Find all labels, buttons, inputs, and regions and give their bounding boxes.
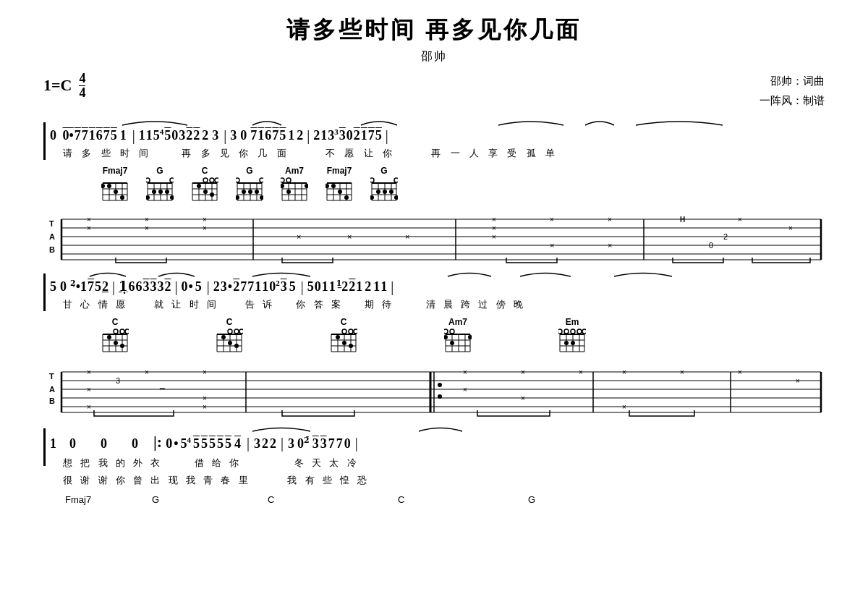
header-row: 1=C 4 4 邵帅：词曲 一阵风：制谱 <box>43 72 825 111</box>
svg-point-97 <box>394 178 398 182</box>
notes-row-1: 0 0• 7 7 1 6 7 5 1 | 1 1 54 5 <box>50 116 825 144</box>
s2n29: 0 <box>315 279 321 295</box>
s3n15: 2 <box>262 436 268 452</box>
svg-text:T: T <box>49 219 54 228</box>
svg-point-150 <box>107 335 111 339</box>
svg-text:×: × <box>579 368 583 376</box>
s2n10: 3 <box>143 279 150 295</box>
s2n2: 0 <box>60 279 67 295</box>
s2bar3: | <box>207 278 210 295</box>
s3n20: 3 <box>320 436 327 452</box>
s2n15: • <box>189 279 193 295</box>
n0b: 0 <box>171 128 178 144</box>
s3n4: 0 <box>132 436 138 452</box>
s2n1: 5 <box>50 279 56 295</box>
s2n11: 3 <box>150 279 157 295</box>
svg-point-178 <box>349 329 353 334</box>
svg-text:0: 0 <box>709 241 713 250</box>
svg-point-73 <box>286 190 291 194</box>
svg-point-101 <box>389 190 393 194</box>
svg-point-151 <box>114 341 118 345</box>
svg-text:−: − <box>159 383 165 394</box>
svg-point-28 <box>170 195 174 200</box>
lyrics-row-3: 想 把 我 的 外 衣 借 给 你 冬 天 太 冷 很 谢 谢 你 曾 出 现 … <box>63 454 825 488</box>
svg-point-195 <box>468 335 472 339</box>
tab-svg-2: T A B <box>43 362 825 420</box>
s2n25: 02 <box>269 279 280 295</box>
chords-row-1: Fmaj7 <box>101 166 825 208</box>
svg-point-147 <box>125 329 129 334</box>
svg-point-57 <box>248 190 252 194</box>
svg-point-39 <box>210 178 214 182</box>
svg-text:×: × <box>492 224 496 232</box>
s2bar2: | <box>175 278 178 295</box>
svg-point-194 <box>444 335 448 339</box>
svg-point-70 <box>286 178 291 182</box>
s2n18: 3 <box>221 279 227 295</box>
page: 请多些时间 再多见你几面 邵帅 1=C 4 4 邵帅：词曲 一阵风：制谱 <box>0 0 868 602</box>
svg-text:×: × <box>203 403 207 411</box>
svg-text:×: × <box>738 216 742 224</box>
svg-point-10 <box>107 184 111 188</box>
svg-point-208 <box>571 329 575 334</box>
svg-point-83 <box>326 184 329 188</box>
chord-g-1: G <box>146 166 174 208</box>
s2n31: 1 <box>329 279 336 295</box>
s3n22: 7 <box>336 436 343 452</box>
s3n13: 4 <box>234 436 241 452</box>
n0c: 0 <box>240 128 247 144</box>
lyrics-3b: 很 谢 谢 你 曾 出 现 我 青 春 里 我 有 些 惶 恐 <box>63 472 825 488</box>
s2n9: 6 <box>136 279 142 295</box>
credits-line2: 一阵风：制谱 <box>760 91 825 111</box>
n5b: 54 <box>153 128 164 144</box>
svg-text:×: × <box>347 232 352 241</box>
chord-fmaj7-1: Fmaj7 <box>101 166 129 208</box>
chord-em-svg <box>558 328 586 359</box>
s3n10: 5 <box>209 436 216 452</box>
s3n18: 02̄ <box>297 436 310 452</box>
svg-point-26 <box>158 190 163 194</box>
n-space <box>58 128 61 144</box>
chord-fmaj7-svg-2 <box>326 177 353 208</box>
notation-block-2: 5 0 2̣•1 7 5 2 | 1̣ 6 6 3 3 3 2 <box>50 268 825 311</box>
bar4: | <box>386 127 388 144</box>
bar3: | <box>307 127 310 144</box>
svg-text:×: × <box>203 224 207 232</box>
n7a: 7 <box>75 128 81 144</box>
s3n14: 3 <box>254 436 260 452</box>
svg-point-149 <box>114 329 118 334</box>
bottom-chord-4: C <box>398 494 528 505</box>
n3c: 3 <box>230 128 237 144</box>
title-section: 请多些时间 再多见你几面 邵帅 <box>43 14 825 64</box>
notes-row-2: 5 0 2̣•1 7 5 2 | 1̣ 6 6 3 3 3 2 <box>50 268 825 295</box>
svg-text:B: B <box>49 245 55 254</box>
lyrics-row-1: 请 多 些 时 间 再 多 见 你 几 面 不 愿 让 你 再 一 人 享 受 … <box>63 147 825 160</box>
svg-point-177 <box>354 329 357 334</box>
n7c: 7 <box>103 128 110 144</box>
s2n20: 2 <box>233 279 239 295</box>
bar-line-left-2 <box>43 274 46 311</box>
svg-text:×: × <box>463 386 467 394</box>
s3n2: 0 <box>69 436 76 452</box>
s2n37: 1 <box>380 279 387 295</box>
s3n6: • <box>174 436 178 452</box>
credits-line1: 邵帅：词曲 <box>760 72 825 91</box>
n3e: 3 <box>339 128 346 144</box>
s2n4: 7 <box>88 279 94 295</box>
s3bar2: | <box>281 434 284 452</box>
main-title: 请多些时间 再多见你几面 <box>43 14 825 46</box>
n1d: 1 <box>146 128 153 144</box>
s2n35: 2 <box>365 279 371 295</box>
svg-text:×: × <box>145 224 149 232</box>
s2n21: 7 <box>240 279 247 295</box>
n7e: 7 <box>272 128 278 144</box>
notes-row-3: 1 0 0 0 |: 0 • 54 5 5 5 5 5 4 | <box>50 423 825 452</box>
s3n21: 7 <box>328 436 335 452</box>
svg-text:×: × <box>608 216 612 224</box>
svg-text:×: × <box>87 368 91 376</box>
svg-point-24 <box>146 195 150 200</box>
svg-point-210 <box>582 329 586 334</box>
chord-c-row2-2-svg <box>216 328 243 359</box>
n5e: 5 <box>375 128 382 144</box>
s3n9: 5 <box>201 436 208 452</box>
